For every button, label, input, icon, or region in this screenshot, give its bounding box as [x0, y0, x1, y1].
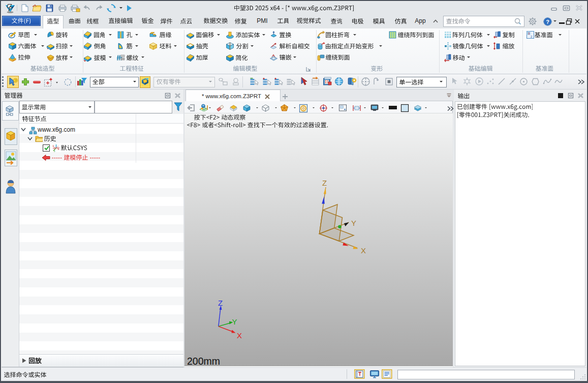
svg-text:z: z: [54, 150, 55, 153]
svg-text:?: ?: [546, 19, 549, 25]
svg-text:Z: Z: [218, 299, 223, 307]
svg-text:Y: Y: [232, 317, 237, 326]
svg-text:X: X: [237, 331, 242, 340]
svg-text:y: y: [53, 144, 54, 147]
svg-text:Z: Z: [322, 179, 327, 187]
svg-text:Y: Y: [351, 219, 356, 227]
svg-text:x: x: [58, 148, 59, 151]
svg-text:X: X: [361, 246, 366, 255]
svg-text:?: ?: [15, 79, 17, 82]
